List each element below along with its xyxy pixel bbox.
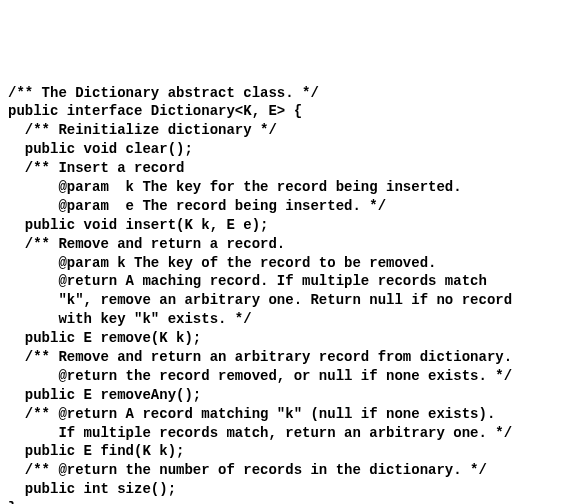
code-line: "k", remove an arbitrary one. Return nul…	[8, 291, 554, 310]
code-line: public interface Dictionary<K, E> {	[8, 102, 554, 121]
code-line: /** The Dictionary abstract class. */	[8, 84, 554, 103]
code-line: /** Reinitialize dictionary */	[8, 121, 554, 140]
code-line: with key "k" exists. */	[8, 310, 554, 329]
code-line: /** @return the number of records in the…	[8, 461, 554, 480]
code-line: @param k The key for the record being in…	[8, 178, 554, 197]
code-line: @return A maching record. If multiple re…	[8, 272, 554, 291]
code-line: public int size();	[8, 480, 554, 499]
code-line: };	[8, 499, 554, 504]
code-line: /** Remove and return an arbitrary recor…	[8, 348, 554, 367]
code-line: @param k The key of the record to be rem…	[8, 254, 554, 273]
code-line: /** Insert a record	[8, 159, 554, 178]
code-line: /** @return A record matching "k" (null …	[8, 405, 554, 424]
code-line: /** Remove and return a record.	[8, 235, 554, 254]
code-line: public void insert(K k, E e);	[8, 216, 554, 235]
code-line: @return the record removed, or null if n…	[8, 367, 554, 386]
code-line: If multiple records match, return an arb…	[8, 424, 554, 443]
code-line: public void clear();	[8, 140, 554, 159]
code-line: public E find(K k);	[8, 442, 554, 461]
code-line: public E remove(K k);	[8, 329, 554, 348]
code-block: /** The Dictionary abstract class. */pub…	[8, 84, 554, 504]
code-line: @param e The record being inserted. */	[8, 197, 554, 216]
code-line: public E removeAny();	[8, 386, 554, 405]
